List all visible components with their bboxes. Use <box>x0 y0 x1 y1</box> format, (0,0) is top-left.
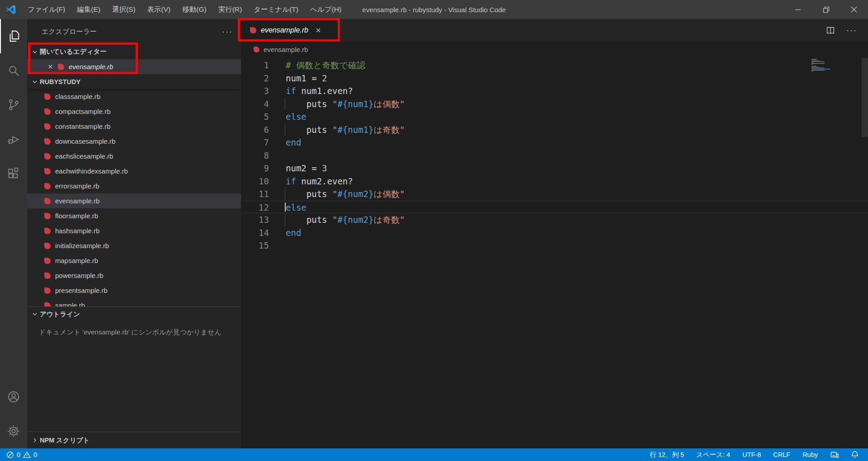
code-line[interactable]: 7end <box>241 136 868 149</box>
open-editors-header[interactable]: 開いているエディター <box>27 44 241 59</box>
minimap-line <box>811 71 813 71</box>
code-line[interactable]: 4 puts "#{num1}は偶数" <box>241 98 868 111</box>
file-name: downcasesample.rb <box>55 137 115 145</box>
line-number: 4 <box>241 98 269 111</box>
code-line[interactable]: 9num2 = 3 <box>241 162 868 175</box>
file-tree-item[interactable]: downcasesample.rb <box>27 134 241 149</box>
close-window-button[interactable] <box>840 0 868 19</box>
menu-item[interactable]: ターミナル(T) <box>248 0 304 19</box>
ruby-file-icon <box>250 27 256 33</box>
close-tab-icon[interactable] <box>315 27 322 34</box>
code-line[interactable]: 10if num2.even? <box>241 175 868 188</box>
code-line[interactable]: 3if num1.even? <box>241 85 868 98</box>
menu-item[interactable]: 選択(S) <box>106 0 142 19</box>
code-line[interactable]: 5else <box>241 110 868 123</box>
search-icon[interactable] <box>0 53 27 88</box>
notifications-bell-icon[interactable] <box>851 451 859 459</box>
ruby-file-icon <box>44 287 51 294</box>
minimap-line <box>811 68 825 68</box>
restore-button[interactable] <box>812 0 840 19</box>
minimap-line <box>811 69 830 70</box>
eol-status[interactable]: CRLF <box>773 451 790 458</box>
file-tree-item[interactable]: floorsample.rb <box>27 208 241 223</box>
ruby-file-icon <box>44 138 51 145</box>
code-line[interactable]: 8 <box>241 149 868 162</box>
ruby-file-icon <box>44 213 51 219</box>
editor-more-actions-icon[interactable]: ··· <box>846 26 857 35</box>
error-icon <box>6 451 14 459</box>
chevron-down-icon <box>30 48 40 56</box>
code-line[interactable]: 2num1 = 2 <box>241 72 868 85</box>
encoding-status[interactable]: UTF-8 <box>742 451 761 458</box>
file-tree-item[interactable]: sample.rb <box>27 298 241 306</box>
ruby-file-icon <box>44 198 51 204</box>
close-editor-icon[interactable] <box>47 63 54 70</box>
code-editor[interactable]: 1# 偶数と奇数で確認2num1 = 23if num1.even?4 puts… <box>241 57 868 448</box>
extensions-icon[interactable] <box>0 156 27 191</box>
file-name: eachslicesample.rb <box>55 152 113 160</box>
code-line[interactable]: 15 <box>241 239 868 252</box>
menu-item[interactable]: 編集(E) <box>71 0 106 19</box>
file-tree-item[interactable]: constantsample.rb <box>27 119 241 134</box>
menu-item[interactable]: ファイル(F) <box>22 0 71 19</box>
explorer-icon[interactable] <box>0 19 27 53</box>
code-line[interactable]: 14end <box>241 226 868 240</box>
code-line[interactable]: 1# 偶数と奇数で確認 <box>241 59 868 72</box>
workspace-folder-header[interactable]: RUBYSTUDY <box>27 74 241 89</box>
file-tree-item[interactable]: eachslicesample.rb <box>27 149 241 164</box>
ruby-file-icon <box>44 273 51 279</box>
accounts-icon[interactable] <box>0 380 27 414</box>
menu-item[interactable]: 移動(G) <box>176 0 212 19</box>
file-tree-item[interactable]: initializesample.rb <box>27 238 241 253</box>
menu-item[interactable]: 実行(R) <box>212 0 248 19</box>
line-text: puts "#{num2}は奇数" <box>286 213 405 226</box>
indent-guide <box>285 188 285 201</box>
code-line[interactable]: 6 puts "#{num1}は奇数" <box>241 123 868 136</box>
settings-gear-icon[interactable] <box>0 414 27 448</box>
open-editor-filename: evensample.rb <box>69 63 113 71</box>
file-tree-item[interactable]: hashsample.rb <box>27 223 241 238</box>
file-name: constantsample.rb <box>55 122 111 130</box>
file-name: hashsample.rb <box>55 227 99 235</box>
line-number: 9 <box>241 162 269 175</box>
line-number: 3 <box>241 85 269 98</box>
cursor-position-status[interactable]: 行 12、列 5 <box>650 451 684 459</box>
line-number: 2 <box>241 72 269 85</box>
file-tree-item[interactable]: mapsample.rb <box>27 253 241 268</box>
problems-status[interactable]: 0 0 <box>0 451 37 459</box>
ruby-file-icon <box>44 153 51 160</box>
split-editor-icon[interactable] <box>826 25 835 35</box>
file-tree-item[interactable]: classsample.rb <box>27 89 241 104</box>
file-tree-item[interactable]: eachwithindexsample.rb <box>27 164 241 179</box>
line-number: 1 <box>241 59 269 72</box>
minimize-button[interactable] <box>784 0 812 19</box>
minimap[interactable] <box>811 59 830 72</box>
run-debug-icon[interactable] <box>0 122 27 156</box>
outline-header[interactable]: アウトライン <box>27 306 241 321</box>
tab-evensample[interactable]: evensample.rb <box>241 19 338 42</box>
file-tree-item[interactable]: compactsample.rb <box>27 104 241 119</box>
file-tree-item[interactable]: powersample.rb <box>27 268 241 283</box>
file-tree-item[interactable]: evensample.rb <box>27 193 241 208</box>
code-line[interactable]: 12else <box>241 201 868 214</box>
language-mode-status[interactable]: Ruby <box>802 451 818 458</box>
source-control-icon[interactable] <box>0 88 27 122</box>
minimap-line <box>811 63 825 64</box>
warning-count: 0 <box>33 451 37 458</box>
feedback-icon[interactable] <box>830 451 839 459</box>
indentation-status[interactable]: スペース: 4 <box>696 451 730 459</box>
code-line[interactable]: 11 puts "#{num2}は偶数" <box>241 188 868 201</box>
code-line[interactable]: 13 puts "#{num2}は奇数" <box>241 213 868 226</box>
npm-scripts-header[interactable]: NPM スクリプト <box>27 432 241 448</box>
breadcrumbs[interactable]: evensample.rb <box>241 42 868 57</box>
editor-scrollbar[interactable] <box>862 58 868 137</box>
menu-item[interactable]: ヘルプ(H) <box>304 0 347 19</box>
file-tree-item[interactable]: presentsample.rb <box>27 283 241 298</box>
indent-guide <box>285 98 285 111</box>
file-tree-item[interactable]: errorsample.rb <box>27 179 241 193</box>
ruby-file-icon <box>44 228 51 234</box>
open-editor-item[interactable]: evensample.rb <box>27 59 241 74</box>
explorer-more-actions-icon[interactable]: ··· <box>222 27 233 37</box>
file-name: compactsample.rb <box>55 108 111 115</box>
menu-item[interactable]: 表示(V) <box>142 0 177 19</box>
